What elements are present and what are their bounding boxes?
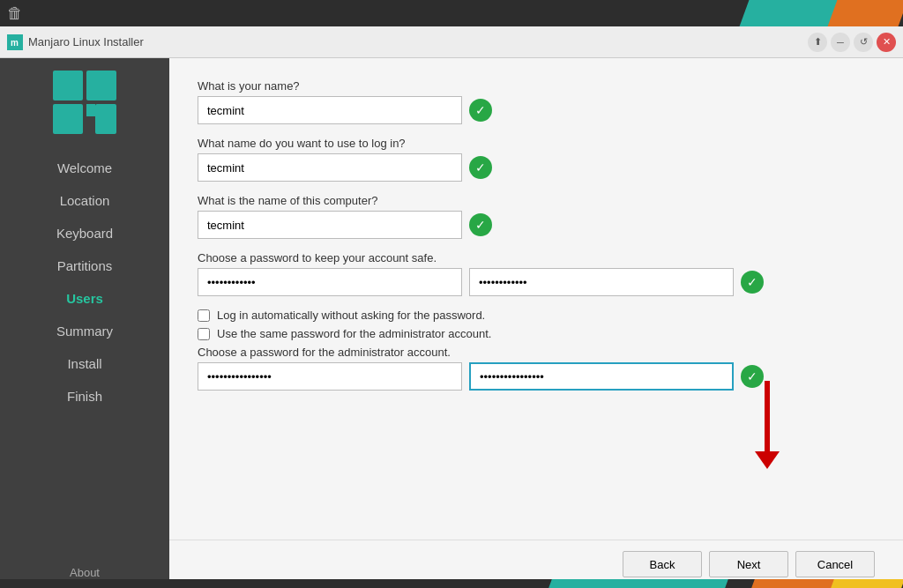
auto-login-row: Log in automatically without asking for …	[198, 309, 875, 322]
same-password-row: Use the same password for the administra…	[198, 327, 875, 340]
login-group: What name do you want to use to log in? …	[198, 137, 875, 182]
titlebar-left: m Manjaro Linux Installer	[7, 34, 144, 50]
auto-login-label: Log in automatically without asking for …	[217, 309, 485, 322]
sidebar-item-location[interactable]: Location	[0, 184, 169, 217]
name-check-icon: ✓	[469, 99, 492, 122]
svg-rect-4	[86, 71, 116, 100]
computer-input-row: ✓	[198, 211, 875, 239]
computer-input[interactable]	[198, 211, 462, 239]
titlebar: m Manjaro Linux Installer ⬆ ─ ↺ ✕	[0, 26, 903, 58]
main-panel: What is your name? ✓ What name do you wa…	[169, 58, 903, 540]
installer-window: m Manjaro Linux Installer ⬆ ─ ↺ ✕	[0, 26, 903, 588]
name-group: What is your name? ✓	[198, 79, 875, 124]
svg-rect-3	[53, 104, 83, 134]
login-input-row: ✓	[198, 153, 875, 182]
sidebar-item-partitions[interactable]: Partitions	[0, 249, 169, 282]
svg-text:m: m	[11, 38, 19, 48]
svg-rect-5	[95, 104, 116, 134]
sidebar-item-keyboard[interactable]: Keyboard	[0, 217, 169, 249]
auto-login-checkbox[interactable]	[198, 309, 210, 322]
login-input[interactable]	[198, 153, 462, 182]
red-arrow	[755, 381, 780, 469]
password-input-row: ✓	[198, 268, 875, 296]
about-link[interactable]: About	[70, 566, 100, 579]
trash-icon: 🗑	[7, 4, 23, 23]
next-button[interactable]: Next	[709, 551, 788, 577]
top-bar: 🗑	[0, 0, 903, 26]
content-area: Welcome Location Keyboard Partitions Use…	[0, 58, 903, 588]
same-password-label: Use the same password for the administra…	[217, 327, 491, 340]
same-password-checkbox[interactable]	[198, 328, 210, 340]
window-controls: ⬆ ─ ↺ ✕	[808, 33, 896, 52]
name-input[interactable]	[198, 96, 462, 124]
sidebar-logo	[49, 67, 120, 138]
sidebar: Welcome Location Keyboard Partitions Use…	[0, 58, 169, 588]
login-check-icon: ✓	[469, 156, 492, 179]
login-label: What name do you want to use to log in?	[198, 137, 875, 150]
app-icon: m	[7, 34, 23, 50]
arrow-head	[755, 451, 780, 469]
cancel-button[interactable]: Cancel	[795, 551, 875, 577]
password-group: Choose a password to keep your account s…	[198, 251, 875, 296]
minimize-button[interactable]: ─	[831, 33, 850, 52]
admin-password-label: Choose a password for the administrator …	[198, 346, 875, 359]
admin-password-input[interactable]	[198, 362, 462, 391]
sidebar-item-users[interactable]: Users	[0, 282, 169, 315]
computer-check-icon: ✓	[469, 213, 492, 236]
name-label: What is your name?	[198, 79, 875, 93]
sidebar-nav: Welcome Location Keyboard Partitions Use…	[0, 152, 169, 413]
svg-rect-6	[86, 104, 95, 116]
sidebar-item-summary[interactable]: Summary	[0, 315, 169, 347]
sidebar-item-finish[interactable]: Finish	[0, 380, 169, 413]
admin-password-confirm-input[interactable]	[469, 362, 734, 391]
svg-rect-2	[53, 71, 83, 100]
password-label: Choose a password to keep your account s…	[198, 251, 875, 264]
name-input-row: ✓	[198, 96, 875, 124]
upload-button[interactable]: ⬆	[808, 33, 827, 52]
computer-label: What is the name of this computer?	[198, 194, 875, 207]
sidebar-item-install[interactable]: Install	[0, 347, 169, 380]
top-stripe-decoration	[638, 0, 903, 26]
password-confirm-input[interactable]	[469, 268, 734, 296]
computer-group: What is the name of this computer? ✓	[198, 194, 875, 239]
reload-button[interactable]: ↺	[854, 33, 873, 52]
window-title: Manjaro Linux Installer	[28, 35, 144, 48]
bottom-decoration	[0, 579, 903, 588]
sidebar-item-welcome[interactable]: Welcome	[0, 152, 169, 184]
password-check-icon: ✓	[741, 271, 764, 294]
back-button[interactable]: Back	[623, 551, 702, 577]
password-input[interactable]	[198, 268, 462, 296]
close-button[interactable]: ✕	[877, 33, 896, 52]
arrow-shaft	[765, 381, 770, 451]
